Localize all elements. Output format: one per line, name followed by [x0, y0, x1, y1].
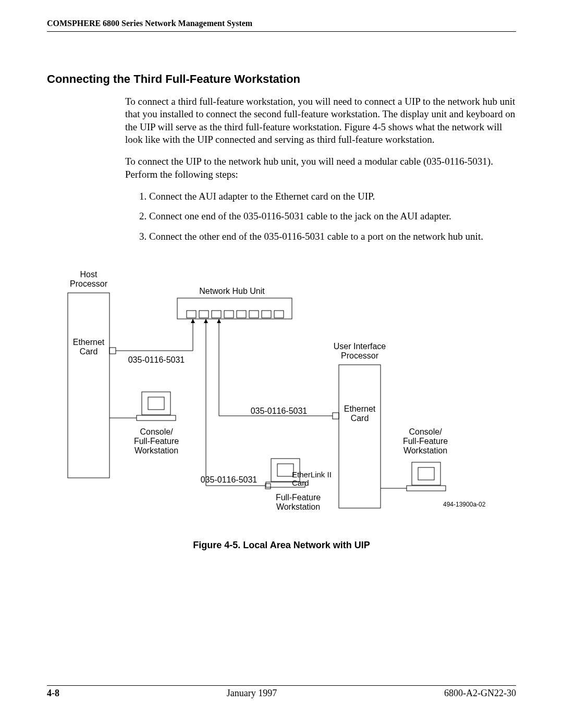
- svg-text:Card: Card: [351, 414, 369, 423]
- svg-text:035-0116-5031: 035-0116-5031: [128, 355, 185, 364]
- figure-4-5: Host Processor Ethernet Card Network Hub…: [47, 267, 516, 538]
- svg-rect-14: [262, 311, 271, 318]
- svg-rect-0: [68, 293, 109, 478]
- svg-rect-20: [333, 413, 339, 419]
- paragraph-1: To connect a third full-feature workstat…: [125, 95, 516, 146]
- svg-rect-13: [249, 311, 259, 318]
- svg-text:User Interface: User Interface: [334, 342, 386, 351]
- page-footer: 4-8 January 1997 6800-A2-GN22-30: [47, 685, 516, 699]
- steps-list: Connect the AUI adapter to the Ethernet …: [125, 190, 516, 243]
- svg-text:Workstation: Workstation: [403, 446, 447, 455]
- svg-text:494-13900a-02: 494-13900a-02: [443, 501, 486, 508]
- svg-rect-42: [407, 486, 446, 491]
- svg-text:Processor: Processor: [341, 351, 379, 360]
- svg-text:Ethernet: Ethernet: [73, 338, 105, 347]
- step-item: Connect one end of the 035-0116-5031 cab…: [149, 210, 516, 223]
- monitor-icon: [137, 392, 176, 421]
- svg-rect-41: [418, 467, 434, 480]
- svg-text:035-0116-5031: 035-0116-5031: [251, 406, 308, 415]
- running-header: COMSPHERE 6800 Series Network Management…: [47, 19, 516, 32]
- svg-rect-25: [148, 397, 164, 410]
- svg-rect-15: [274, 311, 284, 318]
- svg-rect-24: [142, 392, 170, 415]
- svg-rect-40: [412, 462, 440, 485]
- figure-caption: Figure 4-5. Local Area Network with UIP: [47, 540, 516, 551]
- svg-text:Network Hub Unit: Network Hub Unit: [199, 287, 265, 295]
- document-page: COMSPHERE 6800 Series Network Management…: [0, 0, 563, 728]
- svg-text:Host: Host: [80, 270, 97, 279]
- svg-text:EtherLink II: EtherLink II: [292, 470, 332, 479]
- svg-rect-32: [277, 464, 293, 476]
- svg-text:Console/: Console/: [409, 427, 442, 436]
- svg-text:Card: Card: [292, 478, 309, 487]
- step-item: Connect the AUI adapter to the Ethernet …: [149, 190, 516, 203]
- svg-text:Full-Feature: Full-Feature: [134, 437, 179, 446]
- svg-rect-6: [177, 298, 292, 319]
- network-diagram-icon: Host Processor Ethernet Card Network Hub…: [47, 267, 516, 538]
- monitor-icon: [407, 462, 446, 491]
- svg-text:Card: Card: [80, 347, 98, 356]
- svg-rect-26: [137, 415, 176, 421]
- footer-page-number: 4-8: [47, 688, 59, 699]
- svg-rect-10: [212, 311, 221, 318]
- svg-text:Console/: Console/: [140, 427, 173, 436]
- paragraph-2: To connect the UIP to the network hub un…: [125, 155, 516, 181]
- svg-rect-3: [109, 348, 116, 354]
- footer-doc-number: 6800-A2-GN22-30: [444, 688, 516, 699]
- body-text-block: To connect a third full-feature workstat…: [125, 95, 516, 243]
- footer-date: January 1997: [227, 688, 277, 699]
- svg-rect-17: [339, 365, 381, 508]
- svg-rect-12: [237, 311, 246, 318]
- svg-rect-11: [224, 311, 234, 318]
- svg-text:Workstation: Workstation: [276, 502, 320, 511]
- svg-text:Ethernet: Ethernet: [344, 404, 376, 413]
- svg-rect-9: [199, 311, 209, 318]
- svg-text:Processor: Processor: [70, 279, 108, 288]
- svg-text:Full-Feature: Full-Feature: [276, 493, 321, 502]
- svg-text:Full-Feature: Full-Feature: [403, 437, 448, 446]
- step-item: Connect the other end of the 035-0116-50…: [149, 230, 516, 243]
- section-title: Connecting the Third Full-Feature Workst…: [47, 72, 516, 86]
- svg-text:035-0116-5031: 035-0116-5031: [201, 475, 258, 484]
- svg-text:Workstation: Workstation: [134, 446, 178, 455]
- svg-rect-8: [187, 311, 196, 318]
